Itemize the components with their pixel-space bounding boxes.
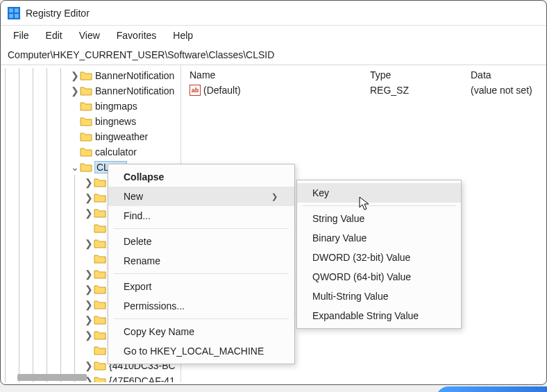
- titlebar: Registry Editor: [1, 1, 546, 26]
- ctx-collapse[interactable]: Collapse: [108, 167, 294, 187]
- ctx-delete[interactable]: Delete: [108, 232, 294, 251]
- folder-icon: [80, 147, 92, 157]
- chevron-right-icon[interactable]: ❯: [84, 360, 94, 371]
- tree-item[interactable]: calculator: [1, 144, 180, 160]
- svg-rect-2: [15, 8, 19, 12]
- menubar: File Edit View Favorites Help: [1, 26, 546, 46]
- tree-item-label: bingweather: [95, 131, 148, 142]
- values-header: Name Type Data: [190, 69, 538, 83]
- ctx-find[interactable]: Find...: [108, 206, 294, 225]
- menu-file[interactable]: File: [6, 28, 36, 42]
- chevron-right-icon[interactable]: ❯: [84, 207, 94, 219]
- ctx-new-binary[interactable]: Binary Value: [297, 228, 461, 248]
- folder-icon: [94, 284, 106, 294]
- separator: [114, 318, 289, 319]
- col-data[interactable]: Data: [471, 69, 538, 80]
- context-menu: Collapse New❯ Find... Delete Rename Expo…: [108, 164, 295, 364]
- separator: [114, 228, 289, 229]
- tree-item[interactable]: ❯BannerNotification: [1, 83, 180, 99]
- registry-editor-window: Registry Editor File Edit View Favorites…: [0, 0, 547, 385]
- folder-icon: [94, 208, 106, 218]
- folder-icon: [80, 101, 92, 111]
- chevron-right-icon[interactable]: ❯: [84, 284, 94, 295]
- folder-icon: [94, 239, 106, 248]
- chevron-right-icon[interactable]: ❯: [84, 299, 94, 310]
- menu-view[interactable]: View: [72, 28, 107, 42]
- chevron-right-icon[interactable]: ❯: [84, 330, 94, 341]
- ctx-new-dword[interactable]: DWORD (32-bit) Value: [297, 248, 461, 267]
- value-type: REG_SZ: [370, 85, 471, 96]
- separator: [303, 205, 455, 206]
- context-submenu-new: Key String Value Binary Value DWORD (32-…: [296, 180, 462, 329]
- svg-rect-4: [15, 14, 19, 18]
- tree-item[interactable]: bingmaps: [1, 99, 180, 114]
- folder-icon: [94, 330, 106, 340]
- chevron-right-icon[interactable]: ❯: [84, 177, 94, 188]
- folder-icon: [94, 254, 106, 264]
- app-title: Registry Editor: [26, 8, 90, 19]
- ctx-copy-key-name[interactable]: Copy Key Name: [108, 322, 294, 341]
- menu-favorites[interactable]: Favorites: [110, 28, 164, 42]
- tree-item[interactable]: bingweather: [1, 129, 180, 144]
- folder-icon: [94, 361, 106, 370]
- menu-help[interactable]: Help: [166, 28, 200, 42]
- folder-icon: [80, 86, 92, 96]
- value-row[interactable]: ab (Default) REG_SZ (value not set): [190, 83, 538, 97]
- tree-item-label: BannerNotification: [95, 70, 174, 81]
- col-type[interactable]: Type: [370, 69, 471, 80]
- folder-icon: [94, 193, 106, 203]
- folder-icon: [94, 346, 106, 355]
- tree-item-label: {47F6DCAF-41: [109, 375, 175, 382]
- chevron-right-icon[interactable]: ❯: [70, 70, 80, 81]
- address-bar[interactable]: Computer\HKEY_CURRENT_USER\Software\Clas…: [1, 46, 546, 65]
- folder-icon: [80, 162, 92, 172]
- svg-rect-3: [9, 14, 13, 18]
- ctx-export[interactable]: Export: [108, 277, 294, 296]
- chevron-right-icon[interactable]: ❯: [84, 314, 94, 325]
- chevron-right-icon[interactable]: ❯: [70, 85, 80, 96]
- value-name: (Default): [203, 85, 241, 96]
- folder-icon: [80, 132, 92, 142]
- folder-icon: [80, 117, 92, 126]
- path-text: Computer\HKEY_CURRENT_USER\Software\Clas…: [8, 49, 274, 60]
- ctx-new[interactable]: New❯: [108, 187, 294, 206]
- tree-item-label: BannerNotification: [95, 85, 174, 96]
- chevron-right-icon[interactable]: ❯: [84, 192, 94, 203]
- app-icon: [8, 7, 20, 19]
- value-data: (value not set): [471, 85, 538, 96]
- ctx-rename[interactable]: Rename: [108, 251, 294, 271]
- horizontal-scrollbar[interactable]: [17, 374, 87, 381]
- chevron-right-icon[interactable]: ❯: [84, 269, 94, 280]
- ctx-permissions[interactable]: Permissions...: [108, 296, 294, 316]
- ctx-new-multistring[interactable]: Multi-String Value: [297, 287, 461, 306]
- col-name[interactable]: Name: [190, 69, 370, 80]
- folder-icon: [94, 376, 106, 382]
- tree-item[interactable]: bingnews: [1, 114, 180, 129]
- tree-item[interactable]: ❯BannerNotification: [1, 68, 180, 83]
- taskbar-edge: [436, 386, 547, 392]
- chevron-down-icon[interactable]: ⌄: [70, 162, 80, 173]
- ctx-new-expandable[interactable]: Expandable String Value: [297, 306, 461, 325]
- folder-icon: [80, 71, 92, 80]
- ctx-new-qword[interactable]: QWORD (64-bit) Value: [297, 267, 461, 287]
- ctx-new-key[interactable]: Key: [297, 183, 461, 203]
- folder-icon: [94, 223, 106, 233]
- ctx-new-string[interactable]: String Value: [297, 209, 461, 228]
- separator: [114, 273, 289, 274]
- menu-edit[interactable]: Edit: [39, 28, 69, 42]
- tree-item-label: bingmaps: [95, 101, 137, 112]
- folder-icon: [94, 269, 106, 279]
- folder-icon: [94, 300, 106, 309]
- string-value-icon: ab: [190, 85, 201, 96]
- svg-rect-1: [9, 8, 13, 12]
- chevron-right-icon[interactable]: ❯: [84, 238, 94, 249]
- folder-icon: [94, 178, 106, 187]
- folder-icon: [94, 315, 106, 325]
- tree-item-label: calculator: [95, 146, 137, 157]
- tree-item-label: bingnews: [95, 116, 136, 127]
- chevron-right-icon: ❯: [271, 192, 278, 201]
- ctx-goto-hklm[interactable]: Go to HKEY_LOCAL_MACHINE: [108, 341, 294, 361]
